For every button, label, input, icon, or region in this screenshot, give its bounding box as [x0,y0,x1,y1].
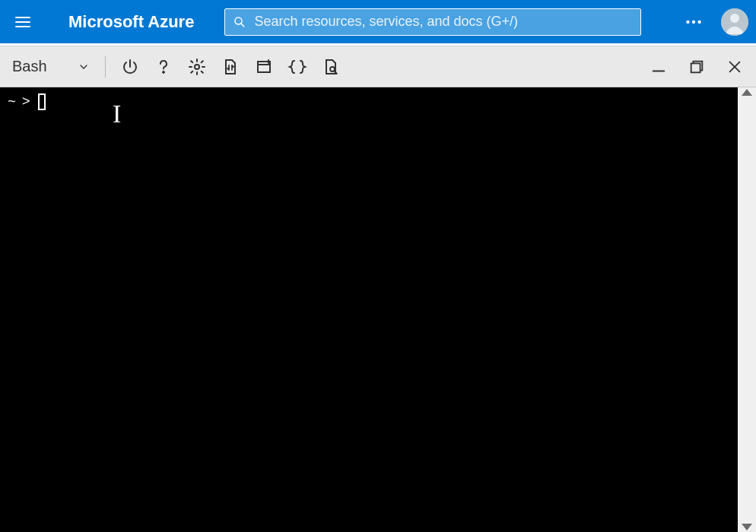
more-actions-button[interactable] [681,10,706,34]
question-icon [154,58,173,76]
close-button[interactable] [719,52,750,82]
svg-point-2 [692,20,695,23]
shell-type-dropdown[interactable]: Bash [6,55,96,78]
restart-shell-button[interactable] [115,52,145,82]
svg-point-6 [162,71,164,73]
maximize-icon [688,59,705,75]
toolbar-divider [105,56,106,78]
svg-point-3 [697,20,700,23]
gear-icon [188,58,206,76]
maximize-button[interactable] [681,52,712,82]
terminal-prompt-line: ~ > [8,93,730,110]
search-icon [233,15,246,29]
minimize-icon [650,59,667,75]
svg-point-5 [730,14,739,23]
global-search[interactable] [224,8,641,36]
svg-point-0 [235,17,242,24]
hamburger-icon [14,13,32,31]
shell-type-label: Bash [12,58,47,75]
help-button[interactable] [148,52,179,82]
new-window-icon [255,58,273,76]
prompt-path: ~ [8,94,16,109]
terminal-scrollbar[interactable] [738,87,756,532]
search-input[interactable] [254,14,633,30]
minimize-button[interactable] [643,52,674,82]
svg-rect-11 [691,63,700,72]
header-right-group [681,8,748,36]
upload-download-button[interactable] [215,52,246,82]
avatar-icon [721,8,748,36]
chevron-down-icon [78,61,90,73]
file-transfer-icon [221,58,240,76]
prompt-symbol: > [22,94,30,109]
power-icon [121,58,139,76]
cloud-shell-toolbar: Bash [0,46,756,87]
terminal[interactable]: ~ > I [0,87,738,532]
scroll-down-arrow-icon[interactable] [742,524,752,530]
braces-icon [287,58,307,76]
svg-point-9 [330,67,335,71]
svg-point-7 [195,65,199,69]
close-icon [726,59,743,75]
terminal-cursor [38,93,46,110]
open-editor-button[interactable] [282,52,313,82]
new-session-button[interactable] [249,52,279,82]
brand-title[interactable]: Microsoft Azure [68,12,194,32]
terminal-container: ~ > I [0,87,756,532]
settings-button[interactable] [182,52,212,82]
hamburger-menu-button[interactable] [8,7,38,37]
scroll-up-arrow-icon[interactable] [742,89,752,96]
page-preview-icon [322,58,340,76]
azure-top-header: Microsoft Azure [0,0,756,43]
user-avatar-button[interactable] [721,8,748,36]
ellipsis-icon [684,12,704,32]
svg-point-1 [686,20,689,23]
web-preview-button[interactable] [316,52,346,82]
